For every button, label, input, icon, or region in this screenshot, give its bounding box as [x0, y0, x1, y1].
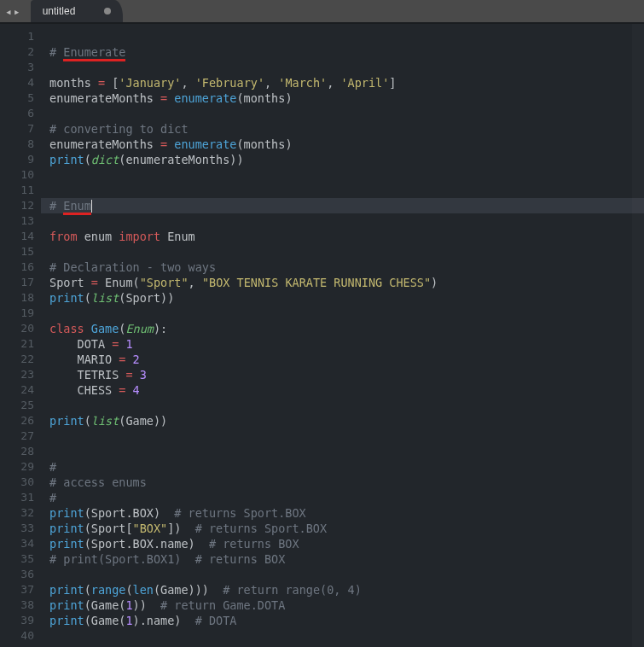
code-line[interactable]: TETRIS = 3	[49, 367, 644, 382]
line-number: 27	[0, 428, 34, 444]
line-number: 31	[0, 490, 34, 505]
line-number: 34	[0, 536, 34, 551]
code-line[interactable]: MARIO = 2	[49, 352, 644, 367]
line-number: 23	[0, 367, 34, 382]
line-number: 1	[0, 29, 34, 44]
line-number: 40	[0, 628, 34, 644]
line-number: 11	[0, 183, 34, 198]
code-line[interactable]: DOTA = 1	[49, 336, 644, 352]
code-line[interactable]: enumerateMonths = enumerate(months)	[49, 90, 644, 106]
line-number: 29	[0, 459, 34, 475]
code-line[interactable]: print(Game(1)) # return Game.DOTA	[49, 597, 644, 613]
dirty-indicator-icon	[104, 8, 111, 15]
code-line[interactable]: print(list(Game))	[49, 413, 644, 428]
code-line[interactable]	[49, 444, 644, 459]
line-number: 39	[0, 613, 34, 628]
line-number: 18	[0, 290, 34, 306]
line-number: 2	[0, 44, 34, 60]
line-number: 24	[0, 382, 34, 398]
line-number: 19	[0, 306, 34, 321]
title-bar: ◂ ▸ untitled	[0, 0, 644, 22]
code-line[interactable]: # print(Sport.BOX1) # returns BOX	[49, 551, 644, 567]
code-line[interactable]: from enum import Enum	[49, 229, 644, 244]
line-number: 6	[0, 106, 34, 121]
code-line[interactable]: # access enums	[49, 475, 644, 490]
code-line[interactable]: enumerateMonths = enumerate(months)	[49, 137, 644, 152]
vertical-scrollbar[interactable]	[632, 24, 644, 647]
line-number: 25	[0, 398, 34, 413]
code-line[interactable]	[49, 306, 644, 321]
tab-title: untitled	[43, 5, 76, 17]
code-line[interactable]	[49, 106, 644, 121]
line-number: 33	[0, 521, 34, 536]
line-number: 30	[0, 475, 34, 490]
code-line[interactable]	[49, 183, 644, 198]
nav-back-icon[interactable]: ◂	[5, 5, 12, 18]
code-line[interactable]	[49, 398, 644, 413]
code-line[interactable]: Sport = Enum("Sport", "BOX TENNIS KARATE…	[49, 275, 644, 290]
line-number: 15	[0, 244, 34, 259]
line-number: 7	[0, 121, 34, 137]
line-number-gutter: 1234567891011121314151617181920212223242…	[0, 24, 41, 647]
file-tab[interactable]: untitled	[31, 0, 124, 22]
code-line[interactable]: print(list(Sport))	[49, 290, 644, 306]
code-text-area[interactable]: # Enumeratemonths = ['January', 'Februar…	[41, 24, 644, 647]
code-line[interactable]: #	[49, 459, 644, 475]
code-line[interactable]	[49, 60, 644, 75]
line-number: 35	[0, 551, 34, 567]
code-line[interactable]: # Declaration - two ways	[49, 259, 644, 275]
code-line[interactable]: # Enumerate	[49, 44, 644, 60]
line-number: 8	[0, 137, 34, 152]
line-number: 28	[0, 444, 34, 459]
line-number: 3	[0, 60, 34, 75]
line-number: 22	[0, 352, 34, 367]
line-number: 14	[0, 229, 34, 244]
line-number: 13	[0, 213, 34, 229]
line-number: 12	[0, 198, 34, 213]
code-line[interactable]: print(Sport.BOX) # returns Sport.BOX	[49, 505, 644, 521]
line-number: 17	[0, 275, 34, 290]
code-line[interactable]: #	[49, 490, 644, 505]
code-line[interactable]	[49, 567, 644, 582]
nav-forward-icon[interactable]: ▸	[14, 5, 20, 18]
code-editor[interactable]: 1234567891011121314151617181920212223242…	[0, 24, 644, 647]
line-number: 32	[0, 505, 34, 521]
code-line[interactable]: print(Sport["BOX"]) # returns Sport.BOX	[49, 521, 644, 536]
code-line[interactable]	[49, 628, 644, 644]
code-line[interactable]: print(Sport.BOX.name) # returns BOX	[49, 536, 644, 551]
code-line[interactable]: print(Game(1).name) # DOTA	[49, 613, 644, 628]
tab-history-nav: ◂ ▸	[0, 5, 26, 18]
code-line[interactable]	[49, 167, 644, 183]
line-number: 36	[0, 567, 34, 582]
text-cursor	[91, 200, 92, 213]
code-line[interactable]: class Game(Enum):	[49, 321, 644, 336]
line-number: 16	[0, 259, 34, 275]
code-line[interactable]: CHESS = 4	[49, 382, 644, 398]
line-number: 26	[0, 413, 34, 428]
code-line[interactable]	[49, 428, 644, 444]
code-line[interactable]: print(range(len(Game))) # return range(0…	[49, 582, 644, 597]
line-number: 38	[0, 597, 34, 613]
line-number: 21	[0, 336, 34, 352]
line-number: 9	[0, 152, 34, 167]
code-line[interactable]	[49, 244, 644, 259]
line-number: 10	[0, 167, 34, 183]
code-line[interactable]: print(dict(enumerateMonths))	[49, 152, 644, 167]
line-number: 5	[0, 90, 34, 106]
code-line[interactable]: # Enum	[41, 198, 644, 213]
code-line[interactable]	[49, 213, 644, 229]
line-number: 20	[0, 321, 34, 336]
line-number: 37	[0, 582, 34, 597]
code-line[interactable]: # converting to dict	[49, 121, 644, 137]
code-line[interactable]	[49, 29, 644, 44]
code-line[interactable]: months = ['January', 'February', 'March'…	[49, 75, 644, 90]
line-number: 4	[0, 75, 34, 90]
